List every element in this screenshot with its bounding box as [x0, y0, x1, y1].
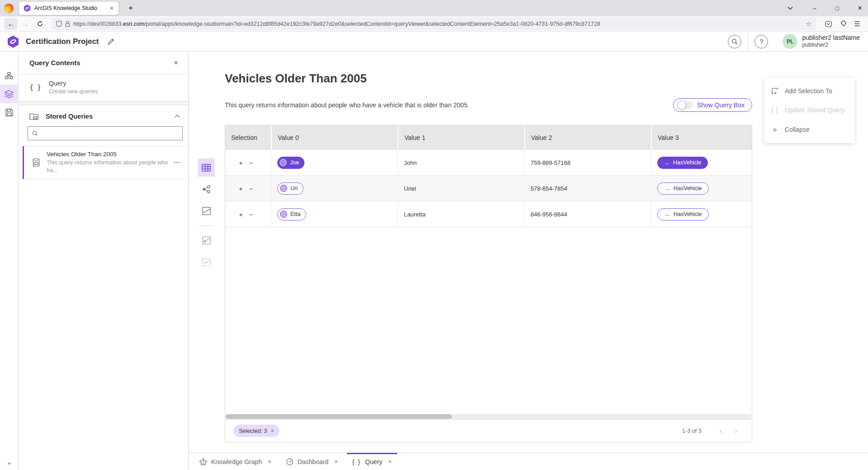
relationship-pill[interactable]: →HasVehicle: [657, 157, 708, 169]
user-username: publisher2: [802, 42, 860, 49]
table-view-button[interactable]: [198, 158, 215, 177]
expand-rail-button[interactable]: »: [0, 460, 19, 466]
tab-query[interactable]: { } Query ×: [345, 453, 399, 470]
remove-from-selection-button[interactable]: −: [249, 159, 253, 167]
maximize-button[interactable]: □: [833, 5, 842, 12]
arrow-right-icon: →: [664, 185, 670, 192]
collapse-section-chevron-icon[interactable]: [175, 115, 180, 118]
tab-close-icon[interactable]: ×: [109, 5, 115, 12]
previous-page-button[interactable]: ‹: [713, 427, 729, 436]
tab-label: Dashboard: [298, 458, 329, 465]
map-selection-icon: [202, 258, 211, 266]
close-window-button[interactable]: ×: [855, 4, 864, 12]
forward-button[interactable]: →: [19, 18, 32, 30]
new-query-item[interactable]: { } Query Create new queries: [19, 74, 188, 101]
reload-button[interactable]: [33, 18, 46, 30]
panel-close-icon[interactable]: ×: [171, 58, 181, 68]
stored-queries-header[interactable]: Stored Queries: [19, 105, 188, 125]
link-chart-button[interactable]: [198, 180, 215, 198]
minimize-button[interactable]: –: [810, 5, 819, 12]
extensions-puzzle-icon[interactable]: [836, 18, 849, 30]
item-options-ellipsis-icon[interactable]: •••: [171, 160, 184, 165]
clear-selection-icon[interactable]: ×: [271, 427, 275, 434]
toggle-track: [677, 101, 693, 109]
relationship-pill[interactable]: →HasVehicle: [657, 182, 709, 195]
save-to-pocket-icon[interactable]: [822, 18, 835, 30]
chevrons-right-icon: »: [771, 125, 779, 134]
edit-title-pencil-icon[interactable]: [107, 38, 114, 45]
rail-item-contents[interactable]: [0, 85, 19, 103]
app-header: Certification Project ? PL publisher2 la…: [0, 32, 868, 52]
selected-count-chip[interactable]: Selected: 3 ×: [233, 425, 280, 437]
menu-item-add-selection-to[interactable]: Add Selection To: [764, 82, 855, 101]
close-tab-icon[interactable]: ×: [388, 458, 392, 465]
help-button[interactable]: ?: [754, 35, 768, 48]
url-text[interactable]: https://dev0028833.esri.com/portal/apps/…: [73, 21, 803, 27]
rail-item-save[interactable]: [0, 103, 19, 122]
close-tab-icon[interactable]: ×: [334, 458, 338, 465]
user-info[interactable]: publisher2 lastName publisher2: [802, 34, 862, 49]
panel-title: Query Contents: [29, 59, 171, 67]
cell-value1[interactable]: Lauretta: [398, 201, 524, 227]
remove-from-selection-button[interactable]: −: [249, 211, 253, 218]
stored-queries-folder-icon: [29, 112, 38, 120]
column-header-value3[interactable]: Value 3: [651, 125, 752, 150]
relationship-pill[interactable]: →HasVehicle: [657, 208, 709, 221]
query-item-subtitle: Create new queries: [49, 88, 98, 95]
hamburger-menu-icon[interactable]: ☰: [851, 18, 863, 30]
entity-pill[interactable]: Joe: [277, 157, 304, 169]
stored-queries-search[interactable]: [28, 126, 183, 140]
tab-list-chevron-icon[interactable]: [787, 6, 797, 10]
column-header-value1[interactable]: Value 1: [398, 125, 524, 150]
url-bar[interactable]: https://dev0028833.esri.com/portal/apps/…: [52, 18, 816, 30]
cell-value2[interactable]: 846-956-8644: [524, 201, 651, 227]
menu-item-collapse[interactable]: » Collapse: [764, 120, 855, 139]
add-to-map-button[interactable]: [198, 231, 215, 249]
next-page-button[interactable]: ›: [728, 427, 744, 436]
user-name: publisher2 lastName: [802, 34, 860, 42]
shield-icon[interactable]: [56, 20, 62, 27]
firefox-icon[interactable]: [4, 4, 14, 13]
braces-icon: { }: [352, 458, 361, 465]
column-header-value0[interactable]: Value 0: [271, 125, 398, 150]
search-input[interactable]: [42, 130, 178, 137]
select-on-map-button[interactable]: [198, 253, 215, 271]
browser-tab[interactable]: ArcGIS Knowledge Studio ×: [19, 2, 119, 15]
bottom-tab-bar: Knowledge Graph × Dashboard × { } Query …: [189, 453, 868, 470]
query-item-title: Query: [49, 80, 98, 87]
rail-item-hierarchy[interactable]: [0, 66, 19, 85]
user-avatar[interactable]: PL: [783, 34, 797, 49]
new-tab-button[interactable]: +: [125, 3, 137, 14]
stored-query-item[interactable]: Vehicles Older Than 2005 This query retu…: [23, 146, 188, 179]
bookmark-star-icon[interactable]: ☆: [806, 20, 812, 28]
close-tab-icon[interactable]: ×: [268, 458, 271, 465]
show-query-box-toggle[interactable]: Show Query Box: [673, 98, 752, 112]
lock-icon[interactable]: [65, 21, 70, 27]
column-header-value2[interactable]: Value 2: [524, 125, 651, 150]
entity-pill[interactable]: Etta: [277, 208, 306, 221]
cell-value2[interactable]: 759-889-57168: [524, 150, 651, 175]
hierarchy-icon: [5, 72, 13, 79]
tab-title: ArcGIS Knowledge Studio: [34, 5, 105, 11]
scrollbar-thumb[interactable]: [226, 414, 452, 419]
remove-from-selection-button[interactable]: −: [249, 185, 253, 192]
back-button[interactable]: ←: [5, 18, 17, 30]
cell-value1[interactable]: John: [398, 150, 524, 175]
horizontal-scrollbar[interactable]: [226, 414, 751, 419]
search-button[interactable]: [728, 35, 741, 48]
table-row: + − Uri Uriel 578-654-7854 →HasVehicle: [225, 176, 752, 201]
table-footer: Selected: 3 × 1-3 of 3 ‹ ›: [225, 419, 752, 442]
menu-item-update-stored-query[interactable]: { } Update Stored Query: [764, 101, 855, 120]
entity-pill[interactable]: Uri: [277, 182, 304, 195]
add-to-selection-button[interactable]: +: [239, 185, 243, 192]
arrow-right-icon: →: [664, 159, 669, 166]
cell-value1[interactable]: Uriel: [398, 176, 524, 201]
tab-knowledge-graph[interactable]: Knowledge Graph ×: [192, 453, 279, 470]
column-header-selection[interactable]: Selection: [225, 125, 271, 150]
cell-value2[interactable]: 578-654-7854: [524, 176, 651, 201]
tab-label: Query: [365, 458, 382, 465]
add-to-selection-button[interactable]: +: [239, 211, 243, 218]
add-to-selection-button[interactable]: +: [239, 159, 243, 167]
tab-dashboard[interactable]: Dashboard ×: [279, 453, 345, 470]
map-view-button[interactable]: [198, 202, 215, 220]
